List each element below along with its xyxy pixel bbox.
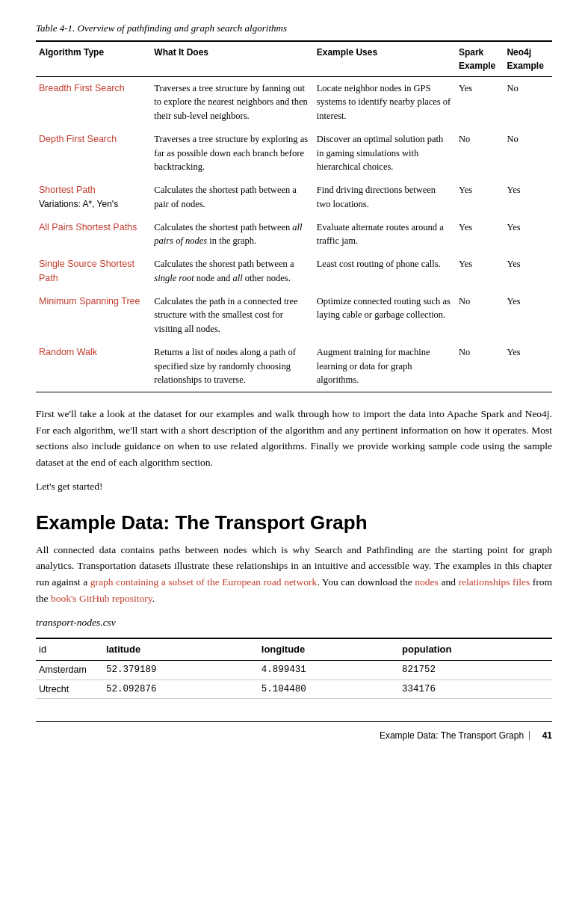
header-example: Example Uses [314,41,456,77]
algo-name: Shortest Path [39,185,96,195]
data-row: Utrecht 52.092876 5.104480 334176 [36,679,552,699]
algo-what: Calculates the shortest path between a p… [151,179,313,216]
data-table: id latitude longitude population Amsterd… [36,638,552,699]
city-utrecht: Utrecht [36,679,103,699]
footer-page-number: 41 [542,729,552,742]
algo-name: All Pairs Shortest Paths [39,222,137,232]
data-header-id: id [36,638,103,660]
amsterdam-lon: 4.899431 [259,660,399,679]
page-footer: Example Data: The Transport Graph | 41 [36,721,552,742]
algo-example: Locate neighbor nodes in GPS systems to … [314,76,456,128]
amsterdam-pop: 821752 [399,660,552,679]
section-heading: Example Data: The Transport Graph [36,511,552,534]
table-row: Random Walk Returns a list of nodes alon… [36,341,552,392]
algo-spark: No [456,128,504,179]
table-caption: Table 4-1. Overview of pathfinding and g… [36,21,552,36]
data-header-latitude: latitude [103,638,259,660]
algo-neo: Yes [504,179,552,216]
algo-name: Depth First Search [39,134,117,144]
algo-neo: No [504,76,552,128]
algo-what: Calculates the shorest path between a si… [151,253,313,290]
algorithm-table: Algorithm Type What It Does Example Uses… [36,40,552,393]
filename: transport-nodes.csv [36,615,552,630]
table-row: All Pairs Shortest Paths Calculates the … [36,216,552,253]
algo-neo: No [504,128,552,179]
header-what: What It Does [151,41,313,77]
algo-example: Optimize connected routing such as layin… [314,290,456,341]
algo-example: Discover an optimal solution path in gam… [314,128,456,179]
algo-spark: No [456,341,504,392]
algo-name: Minimum Spanning Tree [39,296,140,306]
github-link[interactable]: book's GitHub repository [51,593,152,604]
algo-example: Least cost routing of phone calls. [314,253,456,290]
city-amsterdam: Amsterdam [36,660,103,679]
algo-example: Augment training for machine learning or… [314,341,456,392]
para-text-5: . [152,593,155,604]
algo-neo: Yes [504,253,552,290]
transport-paragraph: All connected data contains paths betwee… [36,542,552,606]
algo-name: Breadth First Search [39,83,125,93]
header-neo: Neo4jExample [504,41,552,77]
algo-what: Calculates the path in a connected tree … [151,290,313,341]
algo-what: Traverses a tree structure by exploring … [151,128,313,179]
algo-neo: Yes [504,216,552,253]
data-row: Amsterdam 52.379189 4.899431 821752 [36,660,552,679]
algo-spark: Yes [456,253,504,290]
algo-spark: Yes [456,179,504,216]
table-row: Depth First Search Traverses a tree stru… [36,128,552,179]
table-row: Shortest Path Variations: A*, Yen's Calc… [36,179,552,216]
utrecht-lat: 52.092876 [103,679,259,699]
algo-spark: Yes [456,216,504,253]
lets-start: Let's get started! [36,479,552,494]
algo-spark: Yes [456,76,504,128]
footer-section: Example Data: The Transport Graph [380,729,524,742]
amsterdam-lat: 52.379189 [103,660,259,679]
utrecht-lon: 5.104480 [259,679,399,699]
algo-name: Random Walk [39,347,97,357]
algo-sub: Variations: A*, Yen's [39,199,118,209]
algo-what: Returns a list of nodes along a path of … [151,341,313,392]
table-row: Minimum Spanning Tree Calculates the pat… [36,290,552,341]
relationships-link[interactable]: relationships files [458,576,530,588]
algo-what: Calculates the shortest path between all… [151,216,313,253]
data-header-population: population [399,638,552,660]
data-header-longitude: longitude [259,638,399,660]
para-text-2: . You can download the [317,576,415,588]
algo-what: Traverses a tree structure by fanning ou… [151,76,313,128]
header-spark: SparkExample [456,41,504,77]
header-algo: Algorithm Type [36,41,151,77]
table-row: Breadth First Search Traverses a tree st… [36,76,552,128]
algo-neo: Yes [504,290,552,341]
intro-paragraph: First we'll take a look at the dataset f… [36,406,552,470]
para-text-3: and [439,576,459,588]
footer-divider: | [528,728,530,742]
nodes-link[interactable]: nodes [415,576,439,588]
algo-name: Single Source Shortest Path [39,259,134,283]
algo-neo: Yes [504,341,552,392]
algo-spark: No [456,290,504,341]
table-row: Single Source Shortest Path Calculates t… [36,253,552,290]
utrecht-pop: 334176 [399,679,552,699]
algo-example: Find driving directions between two loca… [314,179,456,216]
european-road-network-link[interactable]: graph containing a subset of the Europea… [90,576,318,588]
algo-example: Evaluate alternate routes around a traff… [314,216,456,253]
